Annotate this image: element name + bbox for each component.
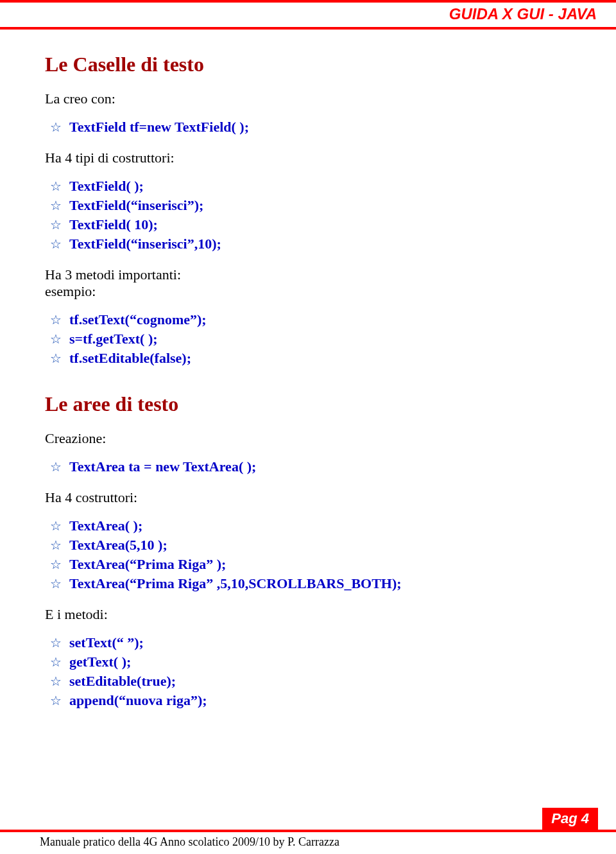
- code-text: tf.setText(“cognome”);: [69, 311, 207, 327]
- code-text: TextField(“inserisci”,10);: [69, 236, 221, 252]
- section2-intro: Creazione:: [45, 430, 578, 447]
- code-text: TextArea(“Prima Riga” ,5,10,SCROLLBARS_B…: [69, 575, 402, 591]
- section2-methods-list: setText(“ ”); getText( ); setEditable(tr…: [45, 634, 578, 709]
- section2-heading: Le aree di testo: [45, 392, 578, 416]
- code-text: append(“nuova riga”);: [69, 692, 207, 708]
- code-text: TextField tf=new TextField( );: [69, 119, 249, 135]
- code-text: TextArea(5,10 );: [69, 537, 167, 553]
- code-text: TextArea ta = new TextArea( );: [69, 458, 256, 475]
- code-text: tf.setEditable(false);: [69, 350, 191, 366]
- header-bottom-bar: [0, 27, 616, 30]
- code-text: TextField(“inserisci”);: [69, 197, 203, 213]
- section1-methods-sublabel: esempio:: [45, 283, 578, 300]
- section2-methods-label: E i metodi:: [45, 606, 578, 623]
- section1-methods-list: tf.setText(“cognome”); s=tf.getText( ); …: [45, 311, 578, 367]
- page-number-badge: Pag 4: [542, 808, 598, 830]
- code-text: setEditable(true);: [69, 673, 176, 689]
- code-text: s=tf.getText( );: [69, 331, 158, 347]
- code-text: TextField( );: [69, 178, 144, 194]
- footer-bar: [0, 830, 616, 832]
- section1-constructors-list: TextField( ); TextField(“inserisci”); Te…: [45, 178, 578, 252]
- section1-methods-label: Ha 3 metodi importanti:: [45, 266, 578, 283]
- footer-text: Manuale pratico della 4G Anno scolatico …: [40, 835, 339, 849]
- section2-creation-list: TextArea ta = new TextArea( );: [45, 458, 578, 475]
- code-text: getText( );: [69, 654, 131, 670]
- section2-constructors-label: Ha 4 costruttori:: [45, 489, 578, 506]
- section1-constructors-label: Ha 4 tipi di costruttori:: [45, 150, 578, 166]
- section1-heading: Le Caselle di testo: [45, 53, 578, 76]
- header-title: GUIDA X GUI - JAVA: [0, 3, 616, 27]
- code-text: TextArea(“Prima Riga” );: [69, 556, 226, 572]
- section2-constructors-list: TextArea( ); TextArea(5,10 ); TextArea(“…: [45, 518, 578, 592]
- content-area: Le Caselle di testo La creo con: TextFie…: [0, 53, 616, 709]
- code-text: setText(“ ”);: [69, 634, 144, 650]
- code-text: TextArea( );: [69, 518, 142, 534]
- section1-creation-list: TextField tf=new TextField( );: [45, 119, 578, 135]
- section1-intro: La creo con:: [45, 91, 578, 107]
- code-text: TextField( 10);: [69, 216, 158, 232]
